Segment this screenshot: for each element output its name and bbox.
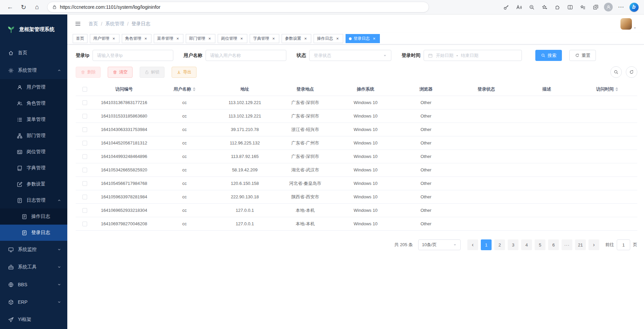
sidebar-item-user-mgmt[interactable]: 用户管理 bbox=[0, 79, 67, 95]
row-select-cell[interactable] bbox=[76, 217, 94, 230]
favorites-bar-icon[interactable] bbox=[577, 2, 588, 12]
reload-icon[interactable]: ↻ bbox=[18, 2, 29, 12]
row-checkbox[interactable] bbox=[82, 222, 87, 226]
breadcrumb-system-mgmt[interactable]: 系统管理 bbox=[105, 21, 124, 27]
username-input[interactable] bbox=[210, 53, 282, 58]
unlock-button[interactable]: 解锁 bbox=[140, 67, 165, 78]
row-select-cell[interactable] bbox=[76, 109, 94, 123]
row-select-cell[interactable] bbox=[76, 123, 94, 136]
prev-page-button[interactable]: ‹ bbox=[467, 239, 478, 250]
tab-close-icon[interactable]: × bbox=[303, 36, 308, 41]
sidebar-item-log-mgmt[interactable]: 日志管理 bbox=[0, 192, 67, 208]
settings-icon[interactable]: ⋯ bbox=[616, 2, 627, 12]
sidebar-item-menu-mgmt[interactable]: 菜单管理 bbox=[0, 111, 67, 128]
collections-icon[interactable] bbox=[590, 2, 601, 12]
url-bar[interactable]: https://ccnetcore.com:1101/system/log/lo… bbox=[47, 2, 429, 12]
row-checkbox[interactable] bbox=[82, 114, 87, 119]
sort-carets-icon[interactable] bbox=[193, 87, 195, 91]
settings-dots-icon[interactable]: ⋯ bbox=[618, 3, 624, 11]
row-checkbox[interactable] bbox=[82, 195, 87, 199]
page-button-3[interactable]: 3 bbox=[508, 239, 518, 250]
row-checkbox[interactable] bbox=[82, 127, 87, 132]
select-all-cell[interactable] bbox=[76, 83, 94, 96]
sidebar-item-operation-log[interactable]: 操作日志 bbox=[0, 208, 67, 225]
tab-operation-log[interactable]: 操作日志 × bbox=[314, 34, 343, 43]
column-header-time[interactable]: 访问时间 bbox=[577, 83, 637, 96]
hamburger-icon[interactable] bbox=[75, 21, 81, 27]
sidebar-item-role-mgmt[interactable]: 角色管理 bbox=[0, 95, 67, 111]
tab-param-settings[interactable]: 参数设置 × bbox=[282, 34, 311, 43]
page-button-1[interactable]: 1 bbox=[481, 239, 492, 250]
tab-dept-mgmt[interactable]: 部门管理 × bbox=[186, 34, 215, 43]
row-select-cell[interactable] bbox=[76, 96, 94, 109]
row-select-cell[interactable] bbox=[76, 177, 94, 190]
sidebar-item-dept-mgmt[interactable]: 部门管理 bbox=[0, 128, 67, 144]
avatar[interactable] bbox=[620, 18, 632, 30]
start-date-input[interactable]: 开始日期 bbox=[436, 53, 453, 59]
login-ip-input[interactable] bbox=[97, 53, 169, 58]
page-button-6[interactable]: 6 bbox=[548, 239, 559, 250]
sidebar-item-erp[interactable]: ERP bbox=[0, 293, 67, 311]
profile-avatar-icon[interactable] bbox=[604, 3, 613, 11]
tab-close-icon[interactable]: × bbox=[372, 36, 377, 41]
zoom-out-icon[interactable] bbox=[526, 2, 537, 12]
sidebar-item-bbs[interactable]: BBS bbox=[0, 276, 67, 293]
tab-user-mgmt[interactable]: 用户管理 × bbox=[90, 34, 119, 43]
row-select-cell[interactable] bbox=[76, 136, 94, 150]
row-checkbox[interactable] bbox=[82, 100, 87, 105]
profile-icon[interactable] bbox=[603, 2, 614, 12]
tab-close-icon[interactable]: × bbox=[335, 36, 340, 41]
search-button[interactable]: 搜索 bbox=[535, 50, 562, 61]
tab-close-icon[interactable]: × bbox=[207, 36, 212, 41]
status-select[interactable]: 登录状态 bbox=[309, 50, 391, 61]
column-header-user[interactable]: 用户名称 bbox=[154, 83, 214, 96]
sidebar-item-system-tools[interactable]: 系统工具 bbox=[0, 258, 67, 276]
reset-button[interactable]: 重置 bbox=[569, 50, 596, 61]
sidebar-item-yi-framework[interactable]: Yi框架 bbox=[0, 311, 67, 328]
home-icon[interactable]: ⌂ bbox=[32, 2, 42, 12]
app-logo[interactable]: 意框架管理系统 bbox=[0, 14, 67, 44]
row-select-cell[interactable] bbox=[76, 150, 94, 163]
extensions-icon[interactable] bbox=[552, 2, 563, 12]
sidebar-item-home[interactable]: 首页 bbox=[0, 44, 67, 62]
row-select-cell[interactable] bbox=[76, 190, 94, 203]
sort-carets-icon[interactable] bbox=[615, 87, 618, 91]
tab-close-icon[interactable]: × bbox=[239, 36, 244, 41]
date-range-picker[interactable]: 开始日期 - 结束日期 bbox=[424, 50, 522, 61]
sidebar-item-system-monitor[interactable]: 系统监控 bbox=[0, 241, 67, 258]
tab-close-icon[interactable]: × bbox=[175, 36, 180, 41]
read-aloud-icon[interactable] bbox=[513, 2, 524, 12]
page-button-4[interactable]: 4 bbox=[521, 239, 532, 250]
password-key-icon[interactable] bbox=[501, 2, 511, 12]
tab-post-mgmt[interactable]: 岗位管理 × bbox=[218, 34, 247, 43]
end-date-input[interactable]: 结束日期 bbox=[461, 53, 478, 59]
refresh-table-button[interactable] bbox=[626, 66, 637, 78]
page-button-21[interactable]: 21 bbox=[575, 239, 586, 250]
page-button-2[interactable]: 2 bbox=[494, 239, 505, 250]
row-checkbox[interactable] bbox=[82, 154, 87, 159]
tab-close-icon[interactable]: × bbox=[143, 36, 148, 41]
row-checkbox[interactable] bbox=[82, 181, 87, 186]
next-page-button[interactable]: › bbox=[588, 239, 599, 250]
export-button[interactable]: 导出 bbox=[172, 67, 196, 78]
tab-login-log[interactable]: 登录日志 × bbox=[346, 34, 380, 43]
back-icon[interactable]: ← bbox=[5, 2, 15, 12]
split-screen-icon[interactable] bbox=[565, 2, 575, 12]
toggle-search-button[interactable] bbox=[610, 66, 622, 78]
row-select-cell[interactable] bbox=[76, 204, 94, 217]
breadcrumb-home[interactable]: 首页 bbox=[88, 21, 98, 27]
delete-button[interactable]: 删除 bbox=[76, 67, 101, 78]
sidebar-item-system-mgmt[interactable]: 系统管理 bbox=[0, 62, 67, 79]
sidebar-item-post-mgmt[interactable]: 岗位管理 bbox=[0, 144, 67, 160]
bing-icon[interactable]: b bbox=[630, 3, 639, 12]
tab-home[interactable]: 首页 bbox=[73, 34, 87, 43]
tab-menu-mgmt[interactable]: 菜单管理 × bbox=[154, 34, 183, 43]
add-favorite-icon[interactable] bbox=[539, 2, 550, 12]
page-size-select[interactable]: 10条/页 bbox=[418, 239, 461, 250]
user-menu[interactable] bbox=[620, 18, 637, 30]
more-pages-button[interactable]: ··· bbox=[562, 239, 572, 250]
bing-icon[interactable]: b bbox=[629, 2, 639, 12]
sidebar-item-param-settings[interactable]: 参数设置 bbox=[0, 176, 67, 192]
tab-close-icon[interactable]: × bbox=[271, 36, 276, 41]
row-checkbox[interactable] bbox=[82, 168, 87, 172]
